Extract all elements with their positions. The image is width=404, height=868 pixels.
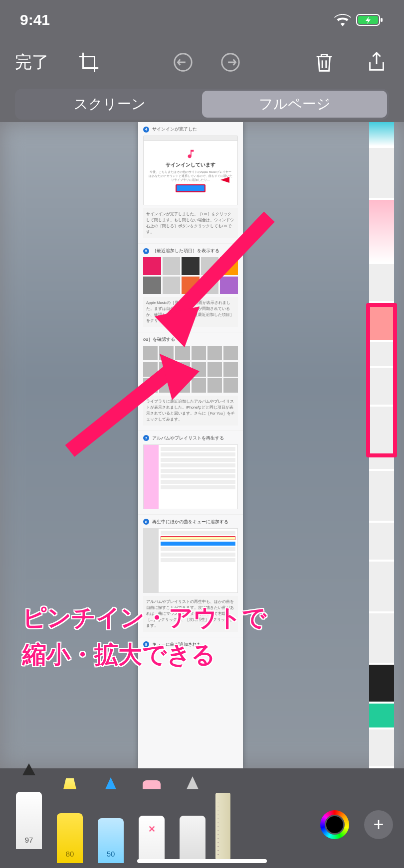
tool-size-label: 80 bbox=[66, 850, 74, 858]
arrow-down-right-icon bbox=[75, 217, 274, 346]
svg-rect-2 bbox=[381, 18, 383, 22]
redo-button[interactable] bbox=[218, 50, 243, 75]
status-bar: 9:41 bbox=[0, 0, 404, 35]
segment-fullpage[interactable]: フルページ bbox=[202, 91, 387, 118]
share-button[interactable] bbox=[364, 50, 389, 75]
tool-size-label: 50 bbox=[107, 850, 115, 858]
page-scrubber[interactable] bbox=[369, 122, 394, 768]
queue-mock bbox=[143, 528, 238, 593]
tool-tray: 97 80 50 ✕ bbox=[11, 769, 320, 849]
editor-toolbar: 完了 bbox=[0, 42, 404, 82]
eraser-tool[interactable]: ✕ bbox=[134, 788, 170, 863]
step-title: 再生中にほかの曲をキューに追加する bbox=[152, 519, 228, 525]
pen-tool[interactable]: 97 bbox=[11, 774, 47, 849]
svg-line-5 bbox=[170, 217, 269, 321]
preview-canvas[interactable]: 4サインインが完了した サインインしています 今後、こちらまたはその他のサイトの… bbox=[0, 122, 404, 768]
annotation-caption-line1: ピンチイン・アウトで bbox=[22, 599, 266, 636]
dialog-mock: サインインしています 今後、こちらまたはその他のサイトのApple Musicプ… bbox=[143, 136, 238, 205]
tool-size-label: 97 bbox=[25, 836, 33, 844]
step-title: サインインが完了した bbox=[152, 126, 197, 133]
status-time: 9:41 bbox=[20, 11, 50, 28]
step-bullet: 4 bbox=[143, 127, 149, 133]
callout-arrow-icon bbox=[220, 177, 229, 183]
svg-line-7 bbox=[70, 371, 170, 451]
undo-button[interactable] bbox=[171, 50, 196, 75]
redo-icon bbox=[219, 51, 242, 74]
delete-button[interactable] bbox=[312, 50, 337, 75]
arrow-up-right-icon bbox=[60, 341, 219, 471]
plus-icon: + bbox=[373, 814, 384, 835]
status-indicators bbox=[334, 13, 384, 26]
annotation-arrow-out bbox=[60, 341, 219, 473]
ok-button-mock bbox=[176, 184, 205, 192]
markup-toolbar: 97 80 50 ✕ + bbox=[0, 768, 404, 868]
pencil-tool[interactable]: 50 bbox=[93, 788, 129, 863]
trash-icon bbox=[313, 51, 336, 74]
annotation-arrow-in bbox=[75, 217, 274, 348]
x-icon: ✕ bbox=[148, 824, 156, 835]
ruler-tool[interactable] bbox=[215, 774, 245, 849]
ruler-icon bbox=[215, 793, 230, 860]
segment-screen[interactable]: スクリーン bbox=[17, 91, 202, 118]
battery-charging-icon bbox=[356, 13, 384, 26]
crop-button[interactable] bbox=[76, 50, 101, 75]
view-mode-segmented: スクリーン フルページ bbox=[15, 89, 389, 120]
wifi-icon bbox=[334, 13, 351, 26]
done-button[interactable]: 完了 bbox=[15, 51, 49, 74]
crop-icon bbox=[77, 51, 100, 74]
home-indicator[interactable] bbox=[137, 859, 267, 863]
lasso-tool[interactable] bbox=[175, 788, 210, 863]
dialog-title: サインインしています bbox=[166, 161, 215, 168]
share-icon bbox=[365, 51, 388, 74]
color-picker-button[interactable] bbox=[320, 810, 349, 839]
undo-icon bbox=[172, 51, 195, 74]
add-shape-button[interactable]: + bbox=[364, 810, 393, 839]
step-bullet: 8 bbox=[143, 519, 149, 525]
marker-tool[interactable]: 80 bbox=[52, 788, 88, 863]
music-note-icon bbox=[185, 148, 196, 159]
current-color-swatch bbox=[325, 815, 345, 835]
annotation-caption-line2: 縮小・拡大できる bbox=[22, 636, 266, 673]
annotation-caption: ピンチイン・アウトで 縮小・拡大できる bbox=[22, 599, 266, 674]
